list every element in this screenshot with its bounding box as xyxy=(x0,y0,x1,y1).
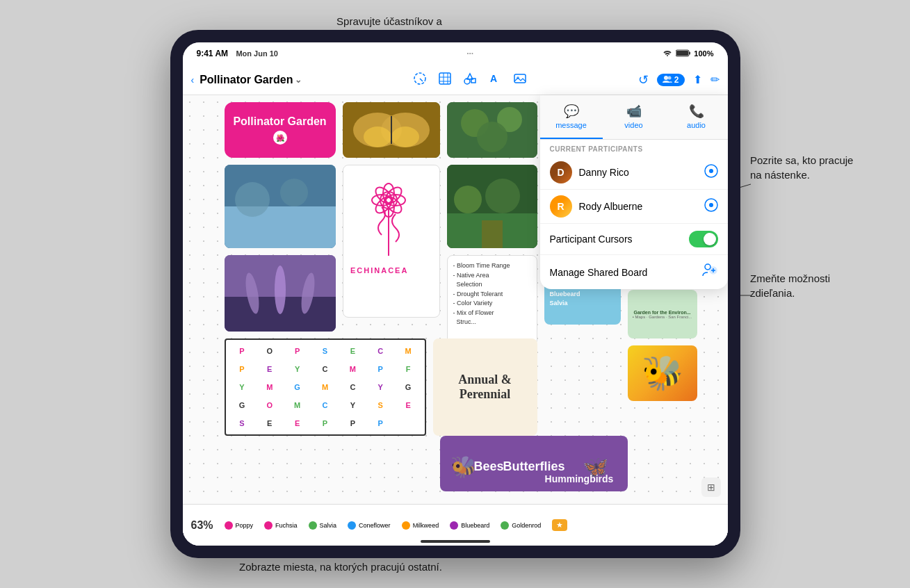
back-button[interactable]: ‹ xyxy=(191,74,195,85)
svg-text:Bees: Bees xyxy=(473,459,503,473)
svg-point-24 xyxy=(391,126,419,147)
lasso-icon[interactable] xyxy=(413,72,427,88)
annotation-right-top: Pozrite sa, kto pracuje na nástenke. xyxy=(750,153,889,182)
svg-point-23 xyxy=(364,126,391,147)
audio-icon: 📞 xyxy=(689,104,704,119)
plant-item-goldenrod: Goldenrod xyxy=(501,521,541,530)
toolbar-center: A xyxy=(307,72,632,88)
butterfly-photo xyxy=(343,102,440,158)
share-icon[interactable]: ⬆ xyxy=(693,73,702,86)
svg-point-48 xyxy=(485,179,520,213)
text-list-card: - Bloom Time Range - Native Area Selecti… xyxy=(447,255,537,345)
plant-item-coneflower: Coneflower xyxy=(348,521,391,530)
table-icon[interactable] xyxy=(438,72,452,88)
annual-perennial-card: Annual &Perennial xyxy=(433,338,537,436)
plant-item-milkweed: Milkweed xyxy=(402,521,439,530)
wifi-icon xyxy=(662,49,673,58)
map-card-2: Garden for the Environ... • Maps · Garde… xyxy=(628,290,697,338)
toolbar-title: Pollinator Garden ⌄ xyxy=(200,74,302,86)
collaborators-button[interactable]: 2 xyxy=(657,74,685,86)
plant-photo xyxy=(447,102,537,158)
plant-item-salvia: Salvia xyxy=(309,521,337,530)
participant-danny: D Danny Rico xyxy=(540,156,728,190)
svg-rect-16 xyxy=(514,74,526,83)
page-wrapper: Spravujte účastníkov a možnosti zdieľani… xyxy=(0,0,910,588)
edit-icon[interactable]: ✏ xyxy=(710,73,720,86)
plant-item-bluebeard: Bluebeard xyxy=(450,521,489,530)
svg-point-67 xyxy=(709,203,713,207)
participant-rody: R Rody Albuerne xyxy=(540,190,728,224)
pink-title-card: Pollinator Garden 🌺 xyxy=(225,102,336,158)
star-badge: ★ xyxy=(552,519,567,531)
svg-point-19 xyxy=(667,76,671,79)
status-icons: 100% xyxy=(662,49,713,58)
svg-text:Butterflies: Butterflies xyxy=(503,459,564,473)
svg-point-32 xyxy=(235,182,270,217)
plant-item-poppy: Poppy xyxy=(225,521,254,530)
undo-icon[interactable]: ↺ xyxy=(638,72,649,88)
status-bar: 9:41 AM Mon Jun 10 ··· 100% xyxy=(183,42,728,65)
participant-cursors-toggle-row: Participant Cursors xyxy=(540,224,728,255)
svg-point-29 xyxy=(477,122,507,152)
manage-shared-board-icon xyxy=(701,262,718,282)
svg-rect-5 xyxy=(689,51,690,54)
tab-video[interactable]: 📹 video xyxy=(603,95,665,139)
grid-toggle-button[interactable]: ⊞ xyxy=(701,477,721,497)
toggle-knob xyxy=(704,233,716,245)
participants-section-header: CURRENT PARTICIPANTS xyxy=(540,140,728,156)
participant-rody-action[interactable] xyxy=(704,198,718,215)
shapes-icon[interactable] xyxy=(463,72,477,88)
avatar-danny: D xyxy=(550,161,572,183)
chevron-down-icon: ⌄ xyxy=(295,75,302,85)
svg-text:ECHINACEA: ECHINACEA xyxy=(350,266,408,275)
annotation-bottom: Zobrazte miesta, na ktorých pracujú osta… xyxy=(236,560,445,574)
ipad-frame: 9:41 AM Mon Jun 10 ··· 100% ‹ xyxy=(170,30,740,558)
toolbar: ‹ Pollinator Garden ⌄ xyxy=(183,65,728,95)
lavender2-photo xyxy=(225,255,336,332)
svg-text:Hummingbirds: Hummingbirds xyxy=(544,473,613,484)
bee-photo: 🐝 xyxy=(628,345,697,401)
annotation-right-bottom: Zmeňte možnosti zdieľania. xyxy=(750,271,889,300)
garden-photo xyxy=(447,165,537,248)
bees-butterflies-card: 🐝 🦋 Bees Butterflies Hummingbirds xyxy=(440,436,628,491)
popup-tabs: 💬 message 📹 video 📞 audio xyxy=(540,95,728,140)
video-icon: 📹 xyxy=(626,104,642,119)
home-indicator xyxy=(421,540,490,543)
svg-rect-49 xyxy=(482,220,503,248)
svg-text:🐝: 🐝 xyxy=(450,455,477,480)
status-time: 9:41 AM Mon Jun 10 xyxy=(197,49,278,58)
main-content: Pollinator Garden 🌺 xyxy=(183,95,728,546)
avatar-rody: R xyxy=(550,195,572,218)
message-icon: 💬 xyxy=(564,104,579,119)
tab-message[interactable]: 💬 message xyxy=(540,95,603,139)
plant-item-fuchsia: Fuchsia xyxy=(264,521,298,530)
toolbar-right: ↺ 2 ⬆ ✏ xyxy=(638,72,720,88)
svg-rect-8 xyxy=(439,73,450,84)
svg-point-65 xyxy=(709,169,713,173)
svg-point-33 xyxy=(280,179,308,206)
ipad-screen: 9:41 AM Mon Jun 10 ··· 100% ‹ xyxy=(183,42,728,546)
tab-audio[interactable]: 📞 audio xyxy=(665,95,728,139)
svg-point-47 xyxy=(454,186,482,213)
popup-panel: 💬 message 📹 video 📞 audio xyxy=(540,95,728,289)
media-icon[interactable] xyxy=(513,72,527,88)
participant-danny-action[interactable] xyxy=(704,164,718,181)
battery-icon xyxy=(676,49,691,58)
battery-percent: 100% xyxy=(694,49,713,58)
text-icon[interactable]: A xyxy=(488,72,502,88)
echinacea-sketch-card: ECHINACEA xyxy=(343,165,440,318)
lavender-photo xyxy=(225,165,336,248)
svg-point-53 xyxy=(275,266,286,314)
plant-list-footer: 63% Poppy Fuchsia Salvia xyxy=(183,504,728,546)
svg-rect-6 xyxy=(676,51,688,56)
svg-point-18 xyxy=(664,76,668,80)
letter-grid-card: POPSECM PEYCMPF YMGMCYG GOMCYSE SEEPPP xyxy=(225,338,426,436)
manage-shared-board-row[interactable]: Manage Shared Board xyxy=(540,255,728,289)
svg-text:A: A xyxy=(490,73,497,84)
participant-cursors-toggle[interactable] xyxy=(689,231,718,247)
status-dots: ··· xyxy=(466,49,473,58)
